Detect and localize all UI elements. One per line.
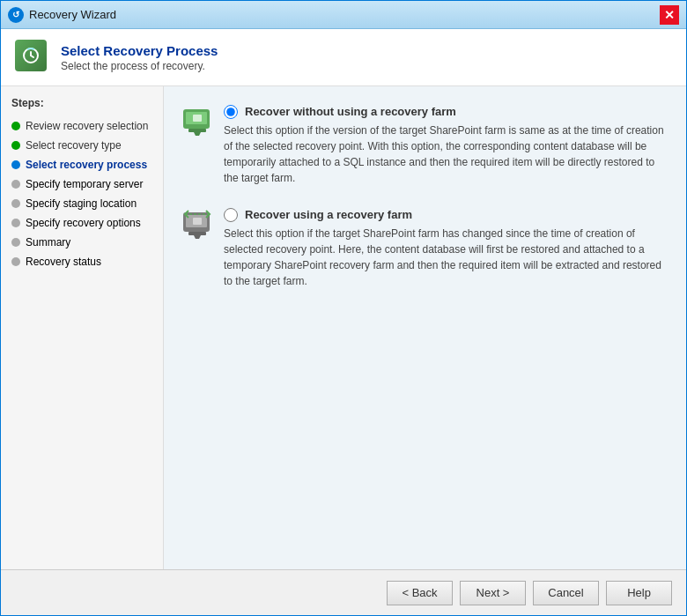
- cancel-button[interactable]: Cancel: [533, 581, 599, 605]
- option-with-farm-desc: Select this option if the target SharePo…: [224, 226, 669, 289]
- sidebar-item-recovery-status[interactable]: Recovery status: [1, 252, 163, 271]
- step-dot-review: [11, 122, 20, 130]
- sidebar-item-specify-temporary-server[interactable]: Specify temporary server: [1, 174, 163, 194]
- step-dot-options: [11, 219, 20, 227]
- option-with-farm: Recover using a recovery farm Select thi…: [181, 207, 669, 289]
- sidebar-item-summary[interactable]: Summary: [1, 233, 163, 252]
- header-subtitle: Select the process of recovery.: [61, 60, 218, 72]
- sidebar-item-review-recovery-selection[interactable]: Review recovery selection: [1, 116, 163, 136]
- header-title: Select Recovery Process: [61, 43, 218, 58]
- option-no-farm-header: Recover without using a recovery farm: [224, 104, 669, 119]
- option-no-farm-icon: [181, 106, 213, 137]
- radio-with-farm[interactable]: [224, 208, 238, 222]
- close-button[interactable]: ✕: [660, 5, 679, 25]
- header-section: Select Recovery Process Select the proce…: [1, 29, 686, 86]
- svg-rect-8: [188, 232, 206, 235]
- header-text: Select Recovery Process Select the proce…: [61, 43, 218, 72]
- option-no-farm-content: Recover without using a recovery farm Se…: [224, 104, 669, 186]
- recovery-wizard-window: ↺ Recovery Wizard ✕ Select Recovery Proc…: [0, 0, 687, 616]
- option-with-farm-content: Recover using a recovery farm Select thi…: [224, 207, 669, 289]
- option-with-farm-header: Recover using a recovery farm: [224, 207, 669, 222]
- step-dot-temp-server: [11, 180, 20, 189]
- step-dot-process: [11, 160, 20, 169]
- sidebar-label-staging: Specify staging location: [26, 197, 137, 210]
- sidebar-label-process: Select recovery process: [26, 159, 147, 171]
- logo-icon-inner: [15, 40, 47, 71]
- sidebar-item-select-recovery-process[interactable]: Select recovery process: [1, 155, 163, 174]
- next-button[interactable]: Next >: [460, 581, 526, 605]
- step-dot-type: [11, 141, 20, 150]
- sidebar-label-options: Specify recovery options: [26, 217, 141, 229]
- sidebar-label-type: Select recovery type: [26, 139, 122, 152]
- svg-marker-4: [194, 132, 201, 136]
- app-icon: ↺: [8, 7, 24, 23]
- header-icon: [15, 40, 50, 75]
- option-no-farm: Recover without using a recovery farm Se…: [181, 104, 669, 186]
- option-no-farm-desc: Select this option if the version of the…: [224, 122, 669, 186]
- option-no-farm-title: Recover without using a recovery farm: [245, 105, 456, 118]
- titlebar: ↺ Recovery Wizard ✕: [1, 1, 686, 29]
- sidebar-item-select-recovery-type[interactable]: Select recovery type: [1, 136, 163, 155]
- main-content: Recover without using a recovery farm Se…: [164, 86, 686, 569]
- steps-label: Steps:: [1, 97, 163, 116]
- option-with-farm-icon: [181, 209, 213, 241]
- step-dot-summary: [11, 238, 20, 247]
- step-dot-status: [11, 257, 20, 266]
- sidebar-label-temp-server: Specify temporary server: [26, 178, 143, 190]
- sidebar-label-summary: Summary: [26, 236, 70, 249]
- svg-rect-5: [193, 115, 202, 122]
- window-title: Recovery Wizard: [29, 8, 116, 21]
- sidebar-label-status: Recovery status: [26, 256, 101, 268]
- radio-no-farm[interactable]: [224, 105, 238, 119]
- back-button[interactable]: < Back: [387, 581, 453, 605]
- titlebar-left: ↺ Recovery Wizard: [8, 7, 116, 23]
- svg-rect-10: [193, 218, 202, 225]
- sidebar: Steps: Review recovery selection Select …: [1, 86, 164, 569]
- sidebar-item-specify-recovery-options[interactable]: Specify recovery options: [1, 213, 163, 233]
- step-dot-staging: [11, 199, 20, 208]
- option-with-farm-title: Recover using a recovery farm: [245, 208, 412, 221]
- sidebar-label-review: Review recovery selection: [26, 120, 148, 132]
- help-button[interactable]: Help: [606, 581, 672, 605]
- svg-rect-3: [188, 129, 206, 132]
- svg-marker-9: [194, 235, 201, 239]
- footer: < Back Next > Cancel Help: [1, 569, 686, 615]
- content-area: Steps: Review recovery selection Select …: [1, 86, 686, 569]
- sidebar-item-specify-staging-location[interactable]: Specify staging location: [1, 194, 163, 213]
